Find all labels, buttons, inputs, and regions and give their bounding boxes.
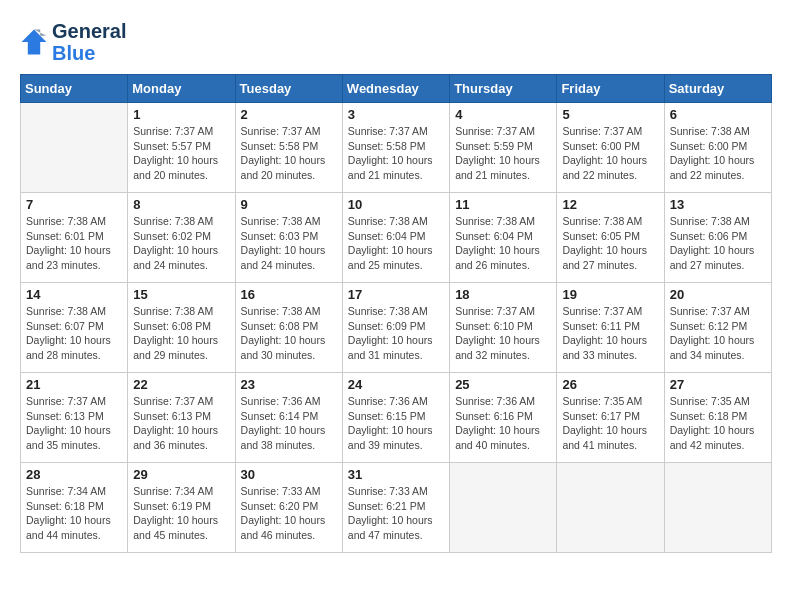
day-info: Sunrise: 7:37 AMSunset: 5:58 PMDaylight:…	[241, 124, 337, 183]
day-info: Sunrise: 7:37 AMSunset: 6:11 PMDaylight:…	[562, 304, 658, 363]
calendar-cell: 12Sunrise: 7:38 AMSunset: 6:05 PMDayligh…	[557, 193, 664, 283]
calendar-cell: 27Sunrise: 7:35 AMSunset: 6:18 PMDayligh…	[664, 373, 771, 463]
day-number: 7	[26, 197, 122, 212]
week-row-5: 28Sunrise: 7:34 AMSunset: 6:18 PMDayligh…	[21, 463, 772, 553]
day-number: 17	[348, 287, 444, 302]
day-number: 24	[348, 377, 444, 392]
calendar-cell: 21Sunrise: 7:37 AMSunset: 6:13 PMDayligh…	[21, 373, 128, 463]
calendar-cell	[557, 463, 664, 553]
day-number: 16	[241, 287, 337, 302]
day-info: Sunrise: 7:37 AMSunset: 5:58 PMDaylight:…	[348, 124, 444, 183]
day-info: Sunrise: 7:36 AMSunset: 6:14 PMDaylight:…	[241, 394, 337, 453]
day-info: Sunrise: 7:37 AMSunset: 6:12 PMDaylight:…	[670, 304, 766, 363]
day-info: Sunrise: 7:38 AMSunset: 6:06 PMDaylight:…	[670, 214, 766, 273]
day-number: 30	[241, 467, 337, 482]
day-number: 25	[455, 377, 551, 392]
day-info: Sunrise: 7:37 AMSunset: 6:13 PMDaylight:…	[26, 394, 122, 453]
logo: General Blue	[20, 20, 126, 64]
day-info: Sunrise: 7:38 AMSunset: 6:07 PMDaylight:…	[26, 304, 122, 363]
day-info: Sunrise: 7:37 AMSunset: 6:13 PMDaylight:…	[133, 394, 229, 453]
calendar-cell: 20Sunrise: 7:37 AMSunset: 6:12 PMDayligh…	[664, 283, 771, 373]
day-number: 11	[455, 197, 551, 212]
calendar-cell: 30Sunrise: 7:33 AMSunset: 6:20 PMDayligh…	[235, 463, 342, 553]
day-info: Sunrise: 7:36 AMSunset: 6:15 PMDaylight:…	[348, 394, 444, 453]
calendar-cell: 10Sunrise: 7:38 AMSunset: 6:04 PMDayligh…	[342, 193, 449, 283]
day-info: Sunrise: 7:37 AMSunset: 5:59 PMDaylight:…	[455, 124, 551, 183]
calendar-body: 1Sunrise: 7:37 AMSunset: 5:57 PMDaylight…	[21, 103, 772, 553]
calendar-cell: 5Sunrise: 7:37 AMSunset: 6:00 PMDaylight…	[557, 103, 664, 193]
day-info: Sunrise: 7:37 AMSunset: 5:57 PMDaylight:…	[133, 124, 229, 183]
page-header: General Blue	[20, 20, 772, 64]
logo-line1: General	[52, 20, 126, 42]
calendar-cell: 9Sunrise: 7:38 AMSunset: 6:03 PMDaylight…	[235, 193, 342, 283]
day-number: 28	[26, 467, 122, 482]
calendar-cell: 17Sunrise: 7:38 AMSunset: 6:09 PMDayligh…	[342, 283, 449, 373]
day-number: 27	[670, 377, 766, 392]
day-info: Sunrise: 7:35 AMSunset: 6:17 PMDaylight:…	[562, 394, 658, 453]
calendar-cell: 14Sunrise: 7:38 AMSunset: 6:07 PMDayligh…	[21, 283, 128, 373]
day-number: 1	[133, 107, 229, 122]
day-info: Sunrise: 7:34 AMSunset: 6:19 PMDaylight:…	[133, 484, 229, 543]
svg-marker-0	[22, 30, 47, 55]
calendar-cell	[664, 463, 771, 553]
day-number: 13	[670, 197, 766, 212]
calendar-cell: 3Sunrise: 7:37 AMSunset: 5:58 PMDaylight…	[342, 103, 449, 193]
day-header-sunday: Sunday	[21, 75, 128, 103]
day-info: Sunrise: 7:38 AMSunset: 6:02 PMDaylight:…	[133, 214, 229, 273]
day-info: Sunrise: 7:38 AMSunset: 6:01 PMDaylight:…	[26, 214, 122, 273]
calendar-cell: 28Sunrise: 7:34 AMSunset: 6:18 PMDayligh…	[21, 463, 128, 553]
day-info: Sunrise: 7:33 AMSunset: 6:21 PMDaylight:…	[348, 484, 444, 543]
calendar-cell: 13Sunrise: 7:38 AMSunset: 6:06 PMDayligh…	[664, 193, 771, 283]
calendar-cell: 2Sunrise: 7:37 AMSunset: 5:58 PMDaylight…	[235, 103, 342, 193]
week-row-2: 7Sunrise: 7:38 AMSunset: 6:01 PMDaylight…	[21, 193, 772, 283]
day-info: Sunrise: 7:38 AMSunset: 6:00 PMDaylight:…	[670, 124, 766, 183]
week-row-4: 21Sunrise: 7:37 AMSunset: 6:13 PMDayligh…	[21, 373, 772, 463]
day-info: Sunrise: 7:38 AMSunset: 6:03 PMDaylight:…	[241, 214, 337, 273]
day-number: 29	[133, 467, 229, 482]
calendar-cell: 18Sunrise: 7:37 AMSunset: 6:10 PMDayligh…	[450, 283, 557, 373]
day-info: Sunrise: 7:37 AMSunset: 6:10 PMDaylight:…	[455, 304, 551, 363]
day-number: 15	[133, 287, 229, 302]
day-info: Sunrise: 7:33 AMSunset: 6:20 PMDaylight:…	[241, 484, 337, 543]
calendar-cell: 6Sunrise: 7:38 AMSunset: 6:00 PMDaylight…	[664, 103, 771, 193]
day-number: 31	[348, 467, 444, 482]
day-number: 12	[562, 197, 658, 212]
day-header-tuesday: Tuesday	[235, 75, 342, 103]
day-info: Sunrise: 7:38 AMSunset: 6:08 PMDaylight:…	[133, 304, 229, 363]
day-info: Sunrise: 7:36 AMSunset: 6:16 PMDaylight:…	[455, 394, 551, 453]
day-info: Sunrise: 7:34 AMSunset: 6:18 PMDaylight:…	[26, 484, 122, 543]
calendar-cell: 31Sunrise: 7:33 AMSunset: 6:21 PMDayligh…	[342, 463, 449, 553]
day-header-monday: Monday	[128, 75, 235, 103]
calendar-cell: 24Sunrise: 7:36 AMSunset: 6:15 PMDayligh…	[342, 373, 449, 463]
day-number: 5	[562, 107, 658, 122]
calendar-cell: 26Sunrise: 7:35 AMSunset: 6:17 PMDayligh…	[557, 373, 664, 463]
day-number: 19	[562, 287, 658, 302]
calendar-table: SundayMondayTuesdayWednesdayThursdayFrid…	[20, 74, 772, 553]
day-number: 10	[348, 197, 444, 212]
day-header-saturday: Saturday	[664, 75, 771, 103]
day-number: 18	[455, 287, 551, 302]
calendar-cell: 15Sunrise: 7:38 AMSunset: 6:08 PMDayligh…	[128, 283, 235, 373]
logo-icon	[20, 28, 48, 56]
day-number: 26	[562, 377, 658, 392]
day-info: Sunrise: 7:38 AMSunset: 6:09 PMDaylight:…	[348, 304, 444, 363]
calendar-cell: 25Sunrise: 7:36 AMSunset: 6:16 PMDayligh…	[450, 373, 557, 463]
day-header-friday: Friday	[557, 75, 664, 103]
calendar-cell: 19Sunrise: 7:37 AMSunset: 6:11 PMDayligh…	[557, 283, 664, 373]
calendar-cell: 16Sunrise: 7:38 AMSunset: 6:08 PMDayligh…	[235, 283, 342, 373]
week-row-3: 14Sunrise: 7:38 AMSunset: 6:07 PMDayligh…	[21, 283, 772, 373]
calendar-cell: 23Sunrise: 7:36 AMSunset: 6:14 PMDayligh…	[235, 373, 342, 463]
calendar-cell	[21, 103, 128, 193]
day-info: Sunrise: 7:38 AMSunset: 6:04 PMDaylight:…	[348, 214, 444, 273]
day-number: 8	[133, 197, 229, 212]
calendar-cell: 8Sunrise: 7:38 AMSunset: 6:02 PMDaylight…	[128, 193, 235, 283]
calendar-cell	[450, 463, 557, 553]
day-info: Sunrise: 7:38 AMSunset: 6:05 PMDaylight:…	[562, 214, 658, 273]
calendar-cell: 7Sunrise: 7:38 AMSunset: 6:01 PMDaylight…	[21, 193, 128, 283]
day-header-thursday: Thursday	[450, 75, 557, 103]
day-number: 23	[241, 377, 337, 392]
day-number: 4	[455, 107, 551, 122]
day-number: 6	[670, 107, 766, 122]
logo-line2: Blue	[52, 42, 126, 64]
calendar-cell: 1Sunrise: 7:37 AMSunset: 5:57 PMDaylight…	[128, 103, 235, 193]
